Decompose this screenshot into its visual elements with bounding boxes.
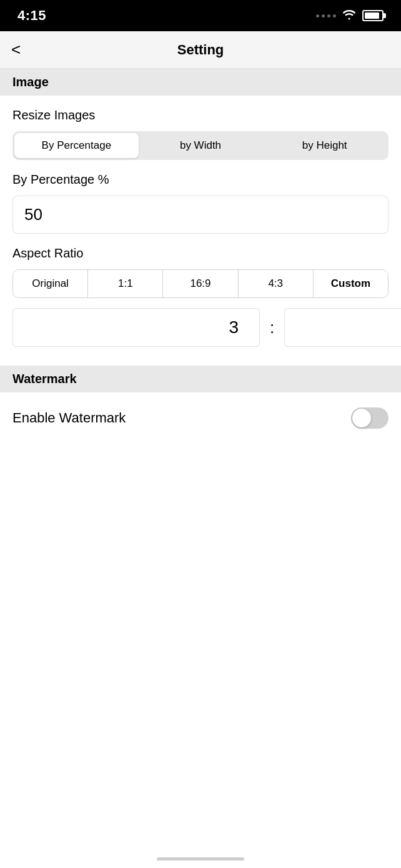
signal-icon bbox=[316, 14, 336, 17]
aspect-option-1-1[interactable]: 1:1 bbox=[88, 270, 163, 297]
enable-watermark-toggle[interactable] bbox=[351, 407, 389, 429]
aspect-ratio-label: Aspect Ratio bbox=[12, 246, 389, 261]
aspect-option-original[interactable]: Original bbox=[13, 270, 88, 297]
status-bar: 4:15 bbox=[0, 0, 401, 31]
ratio-right-input[interactable] bbox=[284, 308, 401, 347]
resize-option-by-width[interactable]: by Width bbox=[139, 133, 263, 158]
home-indicator bbox=[157, 857, 244, 861]
aspect-option-4-3[interactable]: 4:3 bbox=[239, 270, 314, 297]
resize-option-by-height[interactable]: by Height bbox=[262, 133, 387, 158]
resize-images-label: Resize Images bbox=[12, 108, 389, 122]
watermark-section-header: Watermark bbox=[0, 366, 401, 392]
nav-bar: < Setting bbox=[0, 31, 401, 69]
page-title: Setting bbox=[177, 42, 224, 58]
aspect-option-16-9[interactable]: 16:9 bbox=[163, 270, 238, 297]
ratio-inputs: : bbox=[12, 308, 389, 347]
ratio-left-input[interactable] bbox=[12, 308, 260, 347]
watermark-section-content: Enable Watermark bbox=[0, 392, 401, 444]
enable-watermark-label: Enable Watermark bbox=[12, 410, 126, 426]
image-section-content: Resize Images By Percentage by Width by … bbox=[0, 96, 401, 366]
percentage-input[interactable] bbox=[12, 196, 389, 234]
ratio-colon: : bbox=[260, 318, 284, 337]
wifi-icon bbox=[342, 9, 356, 23]
status-time: 4:15 bbox=[17, 7, 46, 24]
aspect-option-custom[interactable]: Custom bbox=[314, 270, 388, 297]
back-button[interactable]: < bbox=[11, 40, 21, 59]
resize-option-by-percentage[interactable]: By Percentage bbox=[14, 133, 139, 158]
toggle-thumb bbox=[352, 409, 371, 427]
battery-icon bbox=[362, 10, 384, 21]
resize-segmented-control: By Percentage by Width by Height bbox=[12, 131, 389, 160]
percentage-label: By Percentage % bbox=[12, 172, 389, 187]
aspect-ratio-control: Original 1:1 16:9 4:3 Custom bbox=[12, 269, 389, 298]
image-section-header: Image bbox=[0, 69, 401, 96]
status-icons bbox=[316, 9, 384, 23]
